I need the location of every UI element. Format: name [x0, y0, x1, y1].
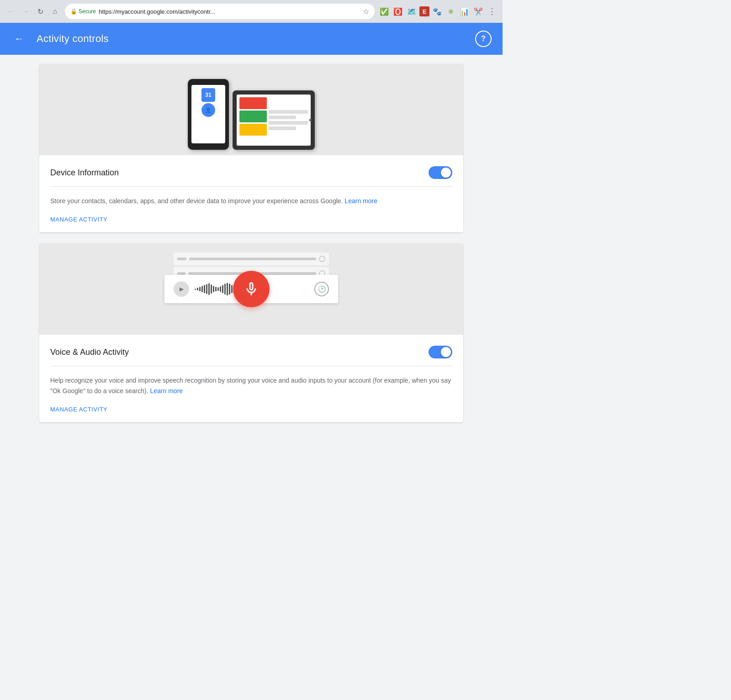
device-toggle[interactable] — [429, 166, 452, 179]
secure-badge: 🔒 Secure — [70, 8, 96, 15]
device-toggle-track — [429, 166, 452, 179]
device-information-card: 31 👤 — [39, 64, 463, 232]
voice-toggle-thumb — [441, 347, 451, 357]
tablet-camera — [309, 119, 312, 121]
waveform-bar — [222, 285, 223, 293]
device-learn-more-link[interactable]: Learn more — [344, 197, 377, 205]
waveform-bar — [206, 284, 207, 294]
extension-2[interactable]: 🅾️ — [392, 5, 404, 17]
voice-toggle[interactable] — [429, 346, 452, 358]
waveform-bar — [220, 286, 221, 292]
waveform-bar — [224, 284, 226, 295]
microphone-button[interactable] — [233, 271, 270, 307]
home-button[interactable]: ⌂ — [48, 5, 61, 18]
url-text: https://myaccount.google.com/activitycon… — [99, 8, 215, 15]
waveform-bar — [227, 283, 228, 295]
waveform-bar — [229, 284, 230, 295]
chrome-menu-button[interactable]: ⋮ — [486, 5, 498, 17]
green-tile — [239, 111, 267, 122]
browser-extensions: ✅ 🅾️ 🗺️ E 🐾 ✳️ 📊 ✂️ ⋮ — [378, 5, 498, 17]
waveform-bar — [213, 286, 214, 292]
microphone-icon — [243, 281, 260, 297]
voice-bg-card-1 — [174, 253, 329, 265]
yellow-tile — [239, 124, 267, 136]
calendar-icon: 31 — [201, 88, 215, 102]
header-back-button[interactable]: ← — [11, 31, 27, 47]
red-tile — [239, 97, 267, 109]
reload-button[interactable]: ↻ — [34, 5, 47, 18]
voice-toggle-track — [429, 346, 452, 358]
device-toggle-thumb — [441, 168, 451, 178]
phone-device: 31 👤 — [188, 79, 229, 150]
address-bar[interactable]: 🔒 Secure https://myaccount.google.com/ac… — [65, 4, 375, 19]
page-title: Activity controls — [37, 33, 109, 45]
waveform-bar — [208, 283, 210, 295]
lock-icon: 🔒 — [70, 8, 77, 15]
device-manage-activity-link[interactable]: MANAGE ACTIVITY — [50, 216, 107, 223]
device-card-title: Device Information — [50, 168, 119, 178]
back-button[interactable]: ← — [5, 5, 17, 18]
waveform-bar — [215, 287, 217, 291]
waveform-bar — [197, 288, 198, 290]
voice-card-body: Voice & Audio Activity Help recognize yo… — [39, 335, 463, 422]
device-description: Store your contacts, calendars, apps, an… — [50, 196, 452, 206]
extension-6[interactable]: ✳️ — [445, 5, 457, 17]
help-button[interactable]: ? — [475, 31, 492, 47]
voice-learn-more-link[interactable]: Learn more — [150, 387, 183, 395]
tablet-lines — [269, 97, 308, 143]
play-button[interactable]: ▶ — [174, 281, 189, 297]
secure-label: Secure — [79, 8, 96, 15]
waveform-bar — [204, 285, 205, 293]
browser-chrome: ← → ↻ ⌂ 🔒 Secure https://myaccount.googl… — [0, 0, 503, 23]
clock-icon: 🕐 — [314, 282, 329, 296]
waveform-bar — [195, 289, 196, 290]
tablet-screen — [237, 95, 311, 146]
device-illustration: 31 👤 — [188, 79, 315, 150]
voice-description: Help recognize your voice and improve sp… — [50, 375, 452, 396]
voice-card-header: Voice & Audio Activity — [50, 346, 452, 358]
device-card-header: Device Information — [50, 166, 452, 179]
line-1 — [269, 110, 308, 114]
voice-manage-activity-link[interactable]: MANAGE ACTIVITY — [50, 406, 107, 413]
main-content: 31 👤 — [32, 55, 471, 442]
tablet-device — [233, 90, 315, 150]
waveform-bar — [199, 287, 201, 291]
bookmark-icon[interactable]: ☆ — [363, 7, 369, 16]
device-divider — [50, 186, 452, 187]
line-3 — [269, 121, 308, 125]
voice-illustration-area: ▶ 🕐 — [39, 243, 463, 335]
forward-button[interactable]: → — [19, 5, 32, 18]
bg-line-2 — [189, 258, 316, 260]
voice-audio-card: ▶ 🕐 Voice & Audio Activity — [39, 243, 463, 422]
extension-5[interactable]: 🐾 — [431, 5, 443, 17]
voice-player-card: ▶ 🕐 — [164, 275, 338, 303]
voice-divider — [50, 366, 452, 366]
line-2 — [269, 116, 296, 119]
waveform-bar — [201, 286, 203, 292]
phone-screen: 31 👤 — [191, 85, 225, 143]
contacts-icon: 👤 — [201, 103, 215, 117]
extension-4[interactable]: E — [419, 6, 429, 16]
device-illustration-area: 31 👤 — [39, 64, 463, 155]
bg-line-1 — [177, 258, 186, 260]
extension-7[interactable]: 📊 — [459, 5, 471, 17]
voice-card-title: Voice & Audio Activity — [50, 347, 129, 357]
waveform-bar — [217, 287, 219, 291]
waveform-bar — [211, 284, 212, 294]
line-4 — [269, 126, 296, 130]
device-card-body: Device Information Store your contacts, … — [39, 155, 463, 232]
nav-buttons: ← → ↻ ⌂ — [5, 5, 61, 18]
tablet-tiles — [239, 97, 267, 143]
extension-3[interactable]: 🗺️ — [406, 5, 418, 17]
extension-8[interactable]: ✂️ — [472, 5, 484, 17]
app-header: ← Activity controls ? — [0, 23, 503, 55]
bg-clock-1 — [319, 256, 325, 262]
waveform-bar — [231, 285, 233, 293]
extension-1[interactable]: ✅ — [378, 5, 390, 17]
